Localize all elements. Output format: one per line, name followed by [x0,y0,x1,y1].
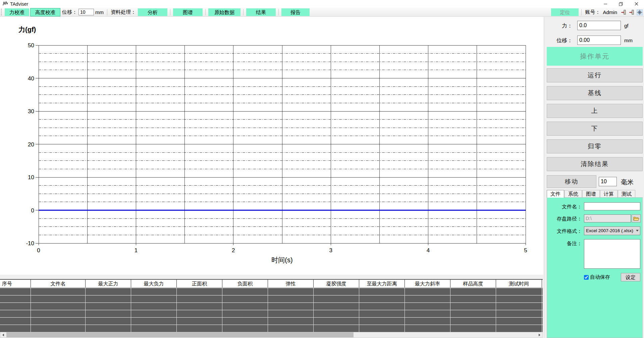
autosave-checkbox[interactable] [584,275,589,280]
table-row[interactable] [0,303,543,310]
set-button[interactable]: 设定 [621,273,640,281]
analysis-button[interactable]: 分析 [138,8,167,16]
toolbar-separator [205,9,206,15]
toolbar-grip[interactable] [1,9,2,15]
run-button[interactable]: 运行 [547,68,643,82]
table-row[interactable] [0,325,543,332]
title-bar: TAdviser [0,0,644,8]
table-cell [131,303,177,310]
displacement-readout-label: 位移： [544,37,573,44]
app-logo-icon [3,1,8,6]
table-cell [450,288,496,295]
login-icon[interactable] [621,9,627,15]
table-cell [0,325,31,332]
svg-text:力(gf): 力(gf) [18,26,36,33]
table-header-cell: 弹性 [268,280,314,287]
file-format-select[interactable]: Excel 2007-2016 (.xlsx) [584,226,640,235]
table-cell [131,288,177,295]
tab-system[interactable]: 系统 [565,190,582,198]
force-readout-input[interactable] [577,21,621,30]
table-header-cell: 负面积 [222,280,268,287]
force-time-chart: -1001020304050012345力(gf)时间(s) [0,17,543,275]
table-header-cell: 测试时间 [496,280,542,287]
table-row[interactable] [0,310,543,317]
minimize-button[interactable] [598,0,613,8]
displacement-unit-label: mm [624,38,633,43]
scroll-left-arrow[interactable] [0,332,6,337]
table-cell [359,310,405,317]
table-cell [314,318,359,325]
report-button[interactable]: 报告 [281,8,310,16]
zero-button[interactable]: 归零 [547,139,643,153]
restore-button[interactable] [613,0,629,8]
note-textarea[interactable] [584,239,640,269]
table-cell [222,310,268,317]
tab-file[interactable]: 文件 [547,190,564,198]
table-cell [359,325,405,332]
table-header-cell: 至最大力距离 [359,280,405,287]
displacement-label: 位移： [62,9,77,15]
svg-text:50: 50 [28,42,34,49]
force-unit-label: gf [624,23,629,28]
browse-folder-button[interactable] [632,214,641,222]
table-cell [0,310,31,317]
tab-graph[interactable]: 图谱 [582,190,600,198]
svg-text:30: 30 [28,108,34,115]
height-calibration-button[interactable]: 高度校准 [31,8,60,16]
table-cell [268,303,314,310]
displacement-readout-input[interactable] [577,36,621,45]
operate-unit-button[interactable]: 操作单元 [547,47,643,66]
scrollbar-thumb[interactable] [6,332,354,337]
logout-icon[interactable] [629,9,635,15]
down-button[interactable]: 下 [547,122,643,136]
table-cell [177,288,222,295]
clear-results-button[interactable]: 清除结果 [547,157,643,171]
table-cell [222,325,268,332]
table-cell [405,325,450,332]
table-cell [450,318,496,325]
move-distance-input[interactable] [599,177,617,186]
table-cell [177,310,222,317]
svg-text:20: 20 [28,141,34,148]
table-cell [31,318,86,325]
table-header-cell: 最大负力 [131,280,177,287]
control-panel: 力： gf 位移： mm 操作单元 运行 基线 上 下 归零 清除结果 移动 毫… [544,17,644,338]
table-row[interactable] [0,288,543,295]
tab-calculate[interactable]: 计算 [600,190,618,198]
close-button[interactable] [629,0,644,8]
save-path-input[interactable] [584,214,631,222]
table-row[interactable] [0,318,543,325]
locate-button[interactable]: 定位 [551,8,579,16]
results-table: 序号文件名最大正力最大负力正面积负面积弹性凝胶强度至最大力距离最大力斜率样品高度… [0,279,543,332]
baseline-button[interactable]: 基线 [547,86,643,100]
table-header-cell: 序号 [0,280,31,287]
table-header-cell: 正面积 [177,280,222,287]
table-row[interactable] [0,295,543,302]
table-cell [268,325,314,332]
horizontal-scrollbar[interactable] [0,332,543,338]
svg-text:-10: -10 [26,240,34,247]
up-button[interactable]: 上 [547,104,643,118]
graph-button[interactable]: 图谱 [173,8,203,16]
filename-input[interactable] [584,202,640,210]
force-calibration-button[interactable]: 力校准 [5,8,29,16]
table-cell [359,295,405,302]
table-cell [131,325,177,332]
raw-data-button[interactable]: 原始数据 [208,8,240,16]
settings-tabstrip: 文件系统图谱计算测试 [547,190,643,198]
table-cell [450,303,496,310]
table-cell [268,318,314,325]
settings-gear-icon[interactable] [637,9,643,15]
table-cell [31,288,86,295]
table-cell [177,303,222,310]
tab-test[interactable]: 测试 [618,190,635,198]
table-cell [450,310,496,317]
results-button[interactable]: 结果 [246,8,276,16]
table-cell [177,295,222,302]
table-cell [86,325,131,332]
move-button[interactable]: 移动 [547,175,596,188]
table-cell [314,295,359,302]
displacement-input[interactable] [78,9,94,15]
autosave-checkbox-row[interactable]: 自动保存 [584,274,610,280]
scroll-right-arrow[interactable] [537,332,542,337]
